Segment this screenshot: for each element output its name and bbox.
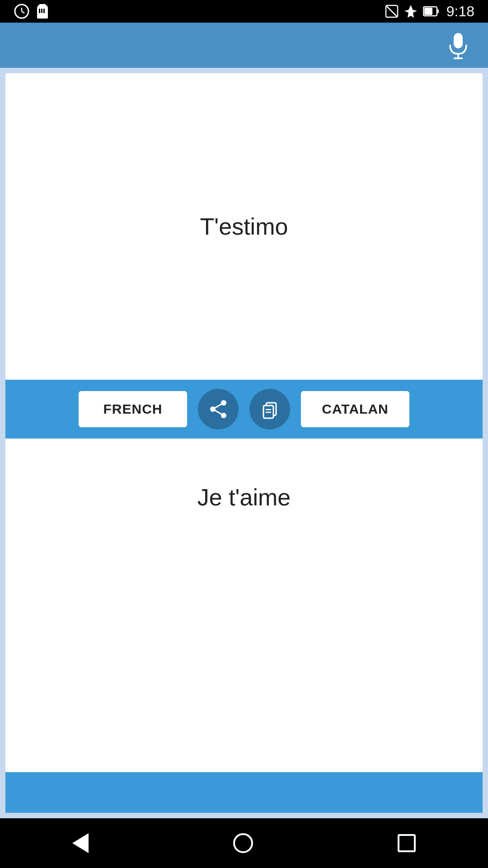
recent-icon <box>398 834 416 852</box>
no-sim-icon <box>385 5 399 18</box>
svg-line-2 <box>22 11 24 13</box>
svg-rect-6 <box>41 9 42 13</box>
status-right-icons: 9:18 <box>385 3 474 20</box>
svg-line-19 <box>213 403 224 409</box>
svg-marker-4 <box>37 4 48 7</box>
share-button[interactable] <box>198 389 239 429</box>
copy-icon <box>260 399 280 419</box>
back-icon <box>72 833 89 853</box>
toolbar <box>0 23 488 68</box>
recent-button[interactable] <box>398 834 416 852</box>
airplane-icon <box>403 4 418 19</box>
bottom-accent-bar <box>5 772 483 813</box>
svg-rect-13 <box>454 33 463 48</box>
svg-rect-7 <box>43 9 45 13</box>
catalan-translation-text: T'estimo <box>182 195 306 258</box>
mic-icon <box>446 31 470 59</box>
share-icon <box>208 399 228 419</box>
catalan-result-panel[interactable]: T'estimo <box>5 73 483 380</box>
status-bar: 9:18 <box>0 0 488 23</box>
source-language-button[interactable]: FRENCH <box>79 391 187 427</box>
target-language-button[interactable]: CATALAN <box>301 391 409 427</box>
back-button[interactable] <box>72 833 89 853</box>
french-input-panel[interactable]: Je t'aime <box>5 439 483 772</box>
svg-rect-11 <box>424 8 432 15</box>
battery-icon <box>423 5 439 17</box>
main-content: T'estimo FRENCH CATALAN Je <box>0 68 488 818</box>
svg-rect-5 <box>39 9 40 13</box>
sd-card-icon <box>35 3 50 19</box>
svg-rect-12 <box>437 9 439 13</box>
nav-bar <box>0 818 488 868</box>
status-time: 9:18 <box>446 3 474 20</box>
copy-button[interactable] <box>249 389 290 429</box>
home-button[interactable] <box>233 833 253 853</box>
french-source-text: Je t'aime <box>179 466 309 529</box>
microphone-button[interactable] <box>446 31 470 59</box>
control-bar: FRENCH CATALAN <box>5 380 483 439</box>
home-icon <box>233 833 253 853</box>
status-left-icons <box>14 3 50 19</box>
svg-line-20 <box>213 409 224 415</box>
svg-line-9 <box>387 6 397 16</box>
clock-icon <box>14 3 30 19</box>
